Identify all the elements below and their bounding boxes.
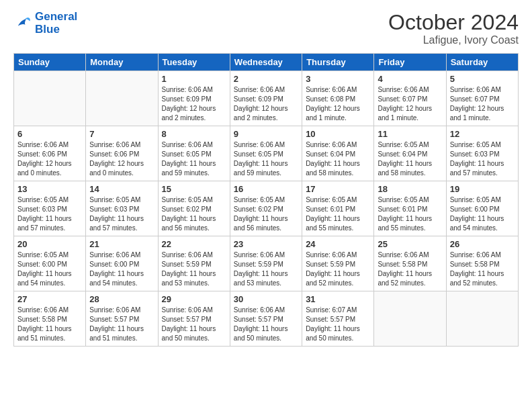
- calendar-header-sunday: Sunday: [14, 54, 86, 71]
- day-info: Sunrise: 6:06 AM Sunset: 5:57 PM Dayligh…: [89, 306, 154, 343]
- calendar-cell: 3Sunrise: 6:06 AM Sunset: 6:08 PM Daylig…: [302, 71, 374, 126]
- calendar-cell: [374, 291, 446, 347]
- week-row-3: 13Sunrise: 6:05 AM Sunset: 6:03 PM Dayli…: [14, 181, 519, 236]
- day-info: Sunrise: 6:06 AM Sunset: 5:58 PM Dayligh…: [450, 250, 515, 288]
- day-info: Sunrise: 6:07 AM Sunset: 5:57 PM Dayligh…: [306, 306, 370, 343]
- calendar-cell: 1Sunrise: 6:06 AM Sunset: 6:09 PM Daylig…: [158, 71, 230, 126]
- day-number: 22: [162, 239, 226, 249]
- day-info: Sunrise: 6:05 AM Sunset: 6:02 PM Dayligh…: [162, 195, 226, 233]
- day-number: 16: [234, 184, 298, 194]
- calendar-cell: 30Sunrise: 6:06 AM Sunset: 5:57 PM Dayli…: [230, 291, 302, 347]
- week-row-1: 1Sunrise: 6:06 AM Sunset: 6:09 PM Daylig…: [14, 71, 519, 126]
- logo-icon: [13, 14, 32, 33]
- location-subtitle: Lafigue, Ivory Coast: [388, 34, 519, 46]
- day-info: Sunrise: 6:05 AM Sunset: 6:00 PM Dayligh…: [450, 195, 515, 233]
- day-number: 9: [234, 129, 298, 139]
- day-info: Sunrise: 6:05 AM Sunset: 6:03 PM Dayligh…: [17, 195, 82, 233]
- calendar-header-thursday: Thursday: [302, 54, 374, 71]
- day-number: 18: [378, 184, 442, 194]
- day-number: 23: [234, 239, 298, 249]
- calendar-cell: 21Sunrise: 6:06 AM Sunset: 6:00 PM Dayli…: [86, 236, 158, 291]
- calendar-cell: 23Sunrise: 6:06 AM Sunset: 5:59 PM Dayli…: [230, 236, 302, 291]
- calendar-header-friday: Friday: [374, 54, 446, 71]
- calendar-cell: 2Sunrise: 6:06 AM Sunset: 6:09 PM Daylig…: [230, 71, 302, 126]
- day-info: Sunrise: 6:06 AM Sunset: 6:07 PM Dayligh…: [450, 85, 515, 123]
- calendar-cell: [14, 71, 86, 126]
- day-number: 25: [378, 239, 442, 249]
- day-number: 24: [306, 239, 370, 249]
- day-info: Sunrise: 6:06 AM Sunset: 5:58 PM Dayligh…: [17, 306, 82, 343]
- calendar-cell: 9Sunrise: 6:06 AM Sunset: 6:05 PM Daylig…: [230, 126, 302, 181]
- day-number: 14: [89, 184, 154, 194]
- calendar-cell: 14Sunrise: 6:05 AM Sunset: 6:03 PM Dayli…: [86, 181, 158, 236]
- header: General Blue October 2024 Lafigue, Ivory…: [13, 11, 519, 46]
- day-info: Sunrise: 6:06 AM Sunset: 6:09 PM Dayligh…: [234, 85, 298, 123]
- day-number: 31: [306, 294, 370, 304]
- day-info: Sunrise: 6:06 AM Sunset: 6:06 PM Dayligh…: [89, 140, 154, 178]
- day-info: Sunrise: 6:05 AM Sunset: 6:02 PM Dayligh…: [234, 195, 298, 233]
- day-number: 26: [450, 239, 515, 249]
- day-info: Sunrise: 6:06 AM Sunset: 5:58 PM Dayligh…: [378, 250, 442, 288]
- day-info: Sunrise: 6:06 AM Sunset: 5:59 PM Dayligh…: [306, 250, 370, 288]
- day-info: Sunrise: 6:05 AM Sunset: 6:01 PM Dayligh…: [378, 195, 442, 233]
- calendar-cell: 6Sunrise: 6:06 AM Sunset: 6:06 PM Daylig…: [14, 126, 86, 181]
- day-info: Sunrise: 6:05 AM Sunset: 6:03 PM Dayligh…: [89, 195, 154, 233]
- calendar-cell: 25Sunrise: 6:06 AM Sunset: 5:58 PM Dayli…: [374, 236, 446, 291]
- day-number: 8: [162, 129, 226, 139]
- calendar-cell: [446, 291, 518, 347]
- day-number: 7: [89, 129, 154, 139]
- page-container: General Blue October 2024 Lafigue, Ivory…: [0, 0, 532, 411]
- calendar-cell: 15Sunrise: 6:05 AM Sunset: 6:02 PM Dayli…: [158, 181, 230, 236]
- day-number: 27: [17, 294, 82, 304]
- calendar-header-saturday: Saturday: [446, 54, 518, 71]
- day-info: Sunrise: 6:06 AM Sunset: 6:00 PM Dayligh…: [89, 250, 154, 288]
- calendar-header-row: SundayMondayTuesdayWednesdayThursdayFrid…: [14, 54, 519, 71]
- calendar-cell: [86, 71, 158, 126]
- day-info: Sunrise: 6:06 AM Sunset: 6:05 PM Dayligh…: [234, 140, 298, 178]
- logo: General Blue: [13, 11, 77, 36]
- calendar-header-wednesday: Wednesday: [230, 54, 302, 71]
- day-number: 13: [17, 184, 82, 194]
- month-title: October 2024: [388, 11, 519, 34]
- calendar-cell: 11Sunrise: 6:05 AM Sunset: 6:04 PM Dayli…: [374, 126, 446, 181]
- calendar-header-tuesday: Tuesday: [158, 54, 230, 71]
- day-info: Sunrise: 6:05 AM Sunset: 6:04 PM Dayligh…: [378, 140, 442, 178]
- day-number: 12: [450, 129, 515, 139]
- calendar-cell: 5Sunrise: 6:06 AM Sunset: 6:07 PM Daylig…: [446, 71, 518, 126]
- calendar-cell: 26Sunrise: 6:06 AM Sunset: 5:58 PM Dayli…: [446, 236, 518, 291]
- calendar-cell: 10Sunrise: 6:06 AM Sunset: 6:04 PM Dayli…: [302, 126, 374, 181]
- calendar-table: SundayMondayTuesdayWednesdayThursdayFrid…: [13, 53, 519, 347]
- week-row-5: 27Sunrise: 6:06 AM Sunset: 5:58 PM Dayli…: [14, 291, 519, 347]
- day-number: 11: [378, 129, 442, 139]
- calendar-cell: 28Sunrise: 6:06 AM Sunset: 5:57 PM Dayli…: [86, 291, 158, 347]
- day-number: 17: [306, 184, 370, 194]
- day-info: Sunrise: 6:06 AM Sunset: 5:57 PM Dayligh…: [234, 306, 298, 343]
- calendar-cell: 4Sunrise: 6:06 AM Sunset: 6:07 PM Daylig…: [374, 71, 446, 126]
- day-number: 21: [89, 239, 154, 249]
- day-info: Sunrise: 6:06 AM Sunset: 5:59 PM Dayligh…: [162, 250, 226, 288]
- calendar-cell: 12Sunrise: 6:05 AM Sunset: 6:03 PM Dayli…: [446, 126, 518, 181]
- calendar-cell: 17Sunrise: 6:05 AM Sunset: 6:01 PM Dayli…: [302, 181, 374, 236]
- day-info: Sunrise: 6:05 AM Sunset: 6:01 PM Dayligh…: [306, 195, 370, 233]
- week-row-4: 20Sunrise: 6:05 AM Sunset: 6:00 PM Dayli…: [14, 236, 519, 291]
- calendar-cell: 7Sunrise: 6:06 AM Sunset: 6:06 PM Daylig…: [86, 126, 158, 181]
- calendar-cell: 8Sunrise: 6:06 AM Sunset: 6:05 PM Daylig…: [158, 126, 230, 181]
- day-number: 19: [450, 184, 515, 194]
- day-info: Sunrise: 6:06 AM Sunset: 5:59 PM Dayligh…: [234, 250, 298, 288]
- day-number: 28: [89, 294, 154, 304]
- day-info: Sunrise: 6:06 AM Sunset: 5:57 PM Dayligh…: [162, 306, 226, 343]
- calendar-cell: 20Sunrise: 6:05 AM Sunset: 6:00 PM Dayli…: [14, 236, 86, 291]
- day-number: 1: [162, 74, 226, 84]
- day-number: 15: [162, 184, 226, 194]
- calendar-cell: 19Sunrise: 6:05 AM Sunset: 6:00 PM Dayli…: [446, 181, 518, 236]
- week-row-2: 6Sunrise: 6:06 AM Sunset: 6:06 PM Daylig…: [14, 126, 519, 181]
- day-info: Sunrise: 6:06 AM Sunset: 6:06 PM Dayligh…: [17, 140, 82, 178]
- day-number: 3: [306, 74, 370, 84]
- day-info: Sunrise: 6:06 AM Sunset: 6:04 PM Dayligh…: [306, 140, 370, 178]
- day-number: 20: [17, 239, 82, 249]
- day-number: 29: [162, 294, 226, 304]
- calendar-cell: 18Sunrise: 6:05 AM Sunset: 6:01 PM Dayli…: [374, 181, 446, 236]
- day-info: Sunrise: 6:05 AM Sunset: 6:03 PM Dayligh…: [450, 140, 515, 178]
- calendar-header-monday: Monday: [86, 54, 158, 71]
- day-number: 4: [378, 74, 442, 84]
